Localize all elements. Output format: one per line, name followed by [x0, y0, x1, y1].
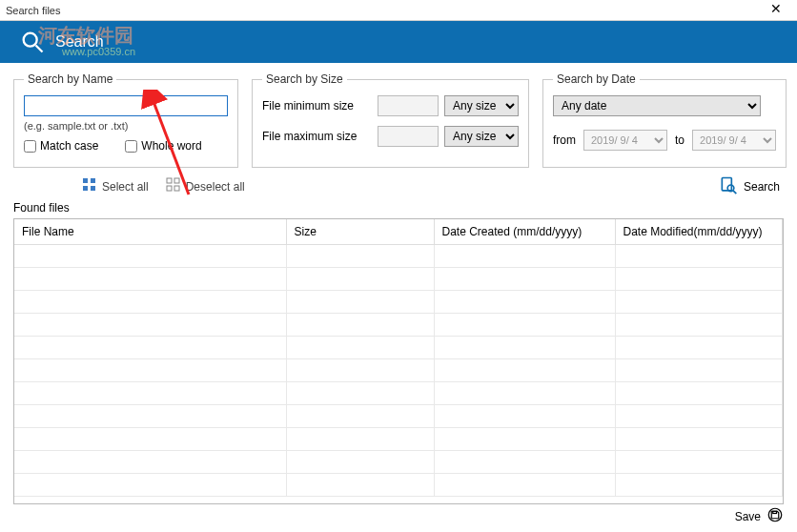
date-from-label: from	[553, 133, 576, 147]
results-grid: File Name Size Date Created (mm/dd/yyyy)…	[13, 218, 784, 504]
deselect-all-icon	[166, 177, 181, 195]
svg-rect-10	[722, 178, 731, 191]
save-icon	[766, 506, 784, 526]
table-row	[14, 268, 783, 291]
min-size-label: File minimum size	[262, 99, 372, 113]
close-icon[interactable]: ✕	[761, 1, 791, 20]
search-by-date-group: Search by Date Any date from 2019/ 9/ 4 …	[542, 72, 787, 168]
search-name-input[interactable]	[24, 95, 228, 116]
date-from-picker[interactable]: 2019/ 9/ 4	[583, 130, 667, 151]
deselect-all-label: Deselect all	[186, 180, 245, 194]
svg-line-1	[36, 46, 43, 52]
deselect-all-button[interactable]: Deselect all	[166, 177, 245, 195]
min-size-input[interactable]	[378, 95, 439, 116]
table-row	[14, 382, 783, 405]
svg-rect-7	[174, 178, 179, 183]
svg-rect-2	[83, 178, 88, 183]
titlebar: Search files ✕	[0, 0, 797, 21]
svg-point-13	[768, 508, 782, 522]
col-date-modified[interactable]: Date Modified(mm/dd/yyyy)	[615, 219, 783, 245]
select-all-label: Select all	[102, 180, 149, 194]
svg-rect-3	[91, 178, 95, 183]
search-button[interactable]: Search	[719, 175, 780, 197]
col-size[interactable]: Size	[286, 219, 434, 245]
col-file-name[interactable]: File Name	[14, 219, 286, 245]
toolbar: Select all Deselect all Search	[13, 175, 784, 197]
save-button[interactable]: Save	[735, 506, 784, 526]
svg-rect-6	[167, 178, 172, 183]
whole-word-checkbox[interactable]: Whole word	[125, 139, 201, 153]
found-files-label: Found files	[13, 201, 784, 215]
svg-line-12	[733, 191, 736, 194]
max-size-label: File maximum size	[262, 130, 372, 143]
save-label: Save	[735, 510, 761, 523]
select-all-button[interactable]: Select all	[82, 177, 149, 195]
date-option-select[interactable]: Any date	[553, 95, 761, 116]
select-all-icon	[82, 177, 97, 195]
search-by-date-legend: Search by Date	[553, 72, 640, 86]
table-row	[14, 314, 783, 337]
search-icon	[719, 175, 738, 197]
max-size-unit-select[interactable]: Any size	[444, 126, 519, 147]
search-by-size-group: Search by Size File minimum size Any siz…	[252, 72, 529, 168]
svg-rect-9	[174, 186, 179, 191]
table-row	[14, 474, 783, 497]
date-to-picker[interactable]: 2019/ 9/ 4	[692, 130, 776, 151]
search-button-label: Search	[744, 180, 780, 194]
table-row	[14, 291, 783, 314]
header: Search	[0, 21, 797, 63]
svg-rect-14	[773, 511, 777, 513]
search-by-name-legend: Search by Name	[24, 72, 116, 86]
search-by-size-legend: Search by Size	[262, 72, 347, 86]
svg-rect-5	[91, 186, 95, 191]
date-to-label: to	[675, 133, 685, 147]
table-row	[14, 359, 783, 382]
table-row	[14, 337, 783, 359]
max-size-input[interactable]	[378, 126, 439, 147]
search-logo-icon	[19, 29, 46, 55]
search-name-hint: (e.g. sample.txt or .txt)	[24, 120, 228, 132]
svg-point-0	[24, 33, 37, 47]
whole-word-input[interactable]	[125, 140, 137, 153]
svg-rect-4	[83, 186, 88, 191]
svg-rect-8	[167, 186, 172, 191]
header-title: Search	[55, 33, 104, 51]
col-date-created[interactable]: Date Created (mm/dd/yyyy)	[434, 219, 615, 245]
match-case-label: Match case	[40, 139, 98, 153]
min-size-unit-select[interactable]: Any size	[444, 95, 519, 116]
window-title: Search files	[6, 5, 60, 16]
table-row	[14, 245, 783, 268]
grid-header-row: File Name Size Date Created (mm/dd/yyyy)…	[14, 219, 783, 245]
table-row	[14, 428, 783, 451]
match-case-checkbox[interactable]: Match case	[24, 139, 98, 153]
table-row	[14, 405, 783, 428]
match-case-input[interactable]	[24, 140, 36, 153]
whole-word-label: Whole word	[141, 139, 201, 153]
table-row	[14, 451, 783, 474]
search-by-name-group: Search by Name (e.g. sample.txt or .txt)…	[13, 72, 238, 168]
